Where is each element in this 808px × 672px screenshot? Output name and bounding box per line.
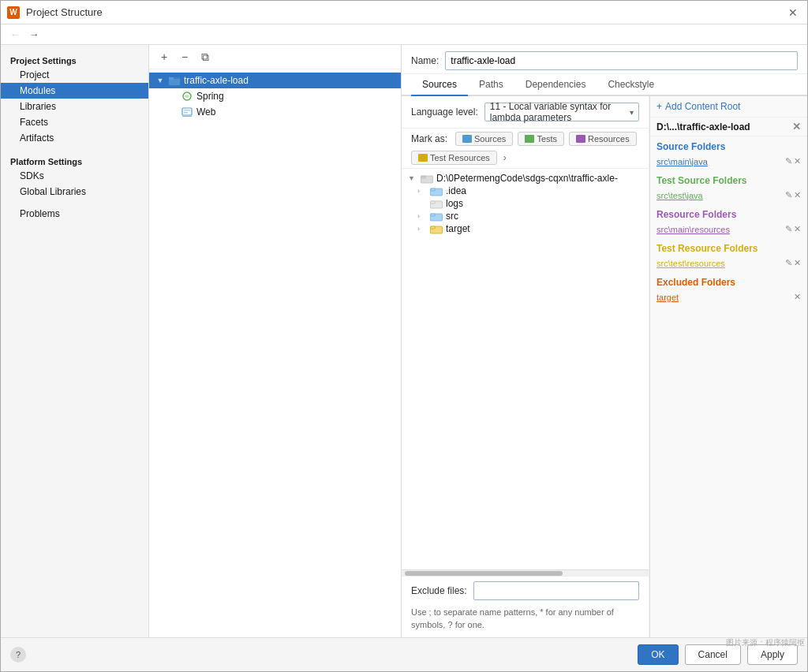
test-resource-folder-edit-button-0[interactable]: ✎ [785, 258, 792, 268]
sidebar-item-modules[interactable]: Modules [1, 83, 148, 99]
file-tree-target[interactable]: › target [402, 222, 649, 235]
copy-module-button[interactable]: ⧉ [196, 48, 214, 65]
sources-panel: Language level: 11 - Local variable synt… [402, 96, 807, 637]
ok-button[interactable]: OK [638, 644, 678, 665]
tab-checkstyle[interactable]: Checkstyle [597, 74, 665, 96]
content-root-remove-button[interactable]: ✕ [792, 121, 801, 133]
test-source-folders-section: Test Source Folders src\test\java ✎ ✕ [650, 170, 807, 204]
excluded-folder-path-0[interactable]: target [656, 293, 679, 302]
test-resource-folder-remove-button-0[interactable]: ✕ [794, 258, 801, 268]
module-root-label: traffic-axle-load [184, 75, 249, 86]
file-tree-idea[interactable]: › .idea [402, 185, 649, 197]
resource-folder-path-0[interactable]: src\main\resources [656, 225, 730, 234]
test-resource-folder-path-0[interactable]: src\test\resources [656, 259, 725, 268]
name-input[interactable] [445, 51, 798, 70]
watermark: 图片来源：程序猿阿抠 [726, 637, 805, 648]
close-button[interactable]: ✕ [785, 5, 801, 21]
excluded-folders-title: Excluded Folders [656, 277, 801, 288]
mark-sources-button[interactable]: Sources [455, 132, 513, 146]
test-resource-folders-title: Test Resource Folders [656, 243, 801, 254]
language-level-value: 11 - Local variable syntax for lambda pa… [490, 101, 630, 123]
source-folder-remove-button-0[interactable]: ✕ [794, 156, 801, 166]
source-folder-edit-button-0[interactable]: ✎ [785, 156, 792, 166]
sidebar-item-global-libraries[interactable]: Global Libraries [1, 184, 148, 200]
forward-button[interactable]: → [26, 27, 42, 43]
svg-rect-7 [182, 116, 192, 117]
src-chevron-icon: › [417, 212, 427, 220]
add-content-root-label: Add Content Root [665, 101, 740, 112]
mark-tests-button[interactable]: Tests [518, 132, 564, 146]
file-tree-src[interactable]: › src [402, 210, 649, 222]
add-module-button[interactable]: + [155, 48, 173, 65]
svg-rect-1 [169, 79, 180, 85]
back-button[interactable]: ← [7, 27, 23, 43]
file-tree-logs[interactable]: logs [402, 197, 649, 210]
excluded-folder-remove-button-0[interactable]: ✕ [794, 292, 801, 302]
mark-test-resources-label: Test Resources [430, 153, 490, 162]
file-tree-root[interactable]: ▼ D:\0PetermengCode\sdgs-cqxn\traffic-ax… [402, 172, 649, 185]
tab-sources[interactable]: Sources [411, 74, 468, 96]
resource-folder-edit-button-0[interactable]: ✎ [785, 224, 792, 234]
mark-resources-label: Resources [588, 134, 630, 144]
bottom-bar: ? OK Cancel Apply [1, 637, 807, 671]
spring-icon [181, 90, 193, 103]
module-item-spring[interactable]: Spring [149, 88, 401, 104]
mark-test-resources-button[interactable]: Test Resources [411, 151, 497, 165]
sidebar-item-project[interactable]: Project [1, 67, 148, 83]
module-icon [168, 74, 181, 87]
tests-folder-icon [525, 135, 534, 143]
language-level-chevron-icon: ▾ [630, 108, 634, 117]
add-content-root-button[interactable]: + Add Content Root [650, 96, 807, 118]
window-title: Project Structure [26, 6, 103, 18]
sidebar-item-libraries[interactable]: Libraries [1, 99, 148, 114]
platform-settings-header: Platform Settings [1, 152, 148, 168]
mark-as-more-button[interactable]: › [502, 151, 508, 165]
test-source-folder-entry-0: src\test\java ✎ ✕ [656, 189, 801, 201]
main-panel: Name: Sources Paths Dependencies Checkst… [402, 45, 807, 637]
horizontal-scrollbar[interactable] [402, 569, 649, 576]
remove-module-button[interactable]: − [176, 48, 193, 65]
test-source-folder-path-0[interactable]: src\test\java [656, 191, 703, 200]
test-resources-folder-icon [418, 154, 428, 162]
sidebar-item-facets[interactable]: Facets [1, 114, 148, 130]
web-label: Web [196, 106, 215, 118]
root-path-label: D:\0PetermengCode\sdgs-cqxn\traffic-axle… [436, 173, 618, 184]
module-item-web[interactable]: Web [149, 104, 401, 120]
sources-folder-icon [462, 135, 472, 143]
sidebar-item-problems[interactable]: Problems [1, 206, 148, 222]
excluded-folder-actions-0: ✕ [794, 292, 801, 302]
source-folder-entry-0: src\main\java ✎ ✕ [656, 155, 801, 167]
help-button[interactable]: ? [10, 647, 26, 663]
module-item-root[interactable]: ▼ traffic-axle-load [149, 73, 401, 88]
language-level-select[interactable]: 11 - Local variable syntax for lambda pa… [484, 103, 639, 121]
test-source-folders-title: Test Source Folders [656, 175, 801, 186]
svg-rect-11 [431, 189, 436, 191]
svg-rect-13 [431, 201, 436, 203]
tab-paths[interactable]: Paths [468, 74, 514, 96]
sidebar-item-artifacts[interactable]: Artifacts [1, 130, 148, 146]
test-source-folder-edit-button-0[interactable]: ✎ [785, 190, 792, 200]
title-bar: W Project Structure ✕ [1, 1, 807, 24]
mark-sources-label: Sources [474, 134, 506, 144]
excluded-folder-entry-0: target ✕ [656, 291, 801, 303]
test-source-folder-remove-button-0[interactable]: ✕ [794, 190, 801, 200]
nav-bar: ← → [1, 24, 807, 45]
svg-rect-2 [169, 77, 174, 80]
name-label: Name: [411, 55, 439, 66]
content-root-path: D:\...\traffic-axle-load ✕ [656, 121, 801, 133]
language-level-label: Language level: [411, 106, 478, 118]
sidebar-item-sdks[interactable]: SDKs [1, 168, 148, 184]
svg-rect-17 [431, 226, 436, 229]
resource-folder-remove-button-0[interactable]: ✕ [794, 224, 801, 234]
language-level-row: Language level: 11 - Local variable synt… [402, 96, 649, 129]
target-folder-icon [430, 223, 443, 234]
tab-dependencies[interactable]: Dependencies [514, 74, 597, 96]
web-chevron-icon [168, 107, 178, 117]
mark-resources-button[interactable]: Resources [569, 132, 637, 146]
source-folder-path-0[interactable]: src\main\java [656, 157, 708, 166]
project-settings-header: Project Settings [1, 51, 148, 67]
content-root-item: D:\...\traffic-axle-load ✕ [650, 118, 807, 136]
idea-label: .idea [446, 185, 466, 196]
sources-right-panel: + Add Content Root D:\...\traffic-axle-l… [649, 96, 807, 637]
exclude-files-input[interactable] [473, 581, 639, 600]
